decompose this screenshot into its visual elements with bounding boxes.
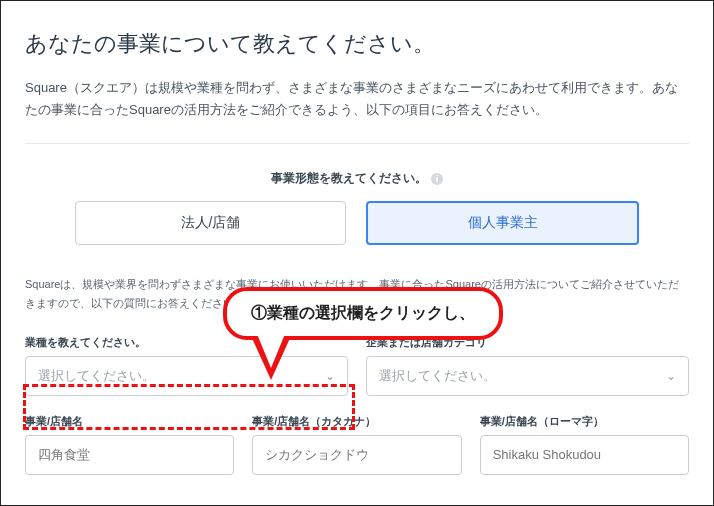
name-roman-input[interactable]	[480, 435, 689, 475]
info-icon[interactable]: i	[431, 173, 443, 185]
name-roman-label: 事業/店舗名（ローマ字）	[480, 414, 689, 429]
industry-select[interactable]: 選択してください。 ⌄	[25, 356, 348, 396]
name-label: 事業/店舗名	[25, 414, 234, 429]
intro-text: Square（スクエア）は規模や業種を問わず、さまざまな事業のさまざまなニーズに…	[25, 77, 689, 121]
name-kana-label: 事業/店舗名（カタカナ）	[252, 414, 461, 429]
divider	[25, 143, 689, 144]
instruction-callout: ①業種の選択欄をクリックし、	[223, 287, 503, 340]
page-title: あなたの事業について教えてください。	[25, 29, 689, 59]
name-kana-input[interactable]	[252, 435, 461, 475]
category-select[interactable]: 選択してください。 ⌄	[366, 356, 689, 396]
name-input[interactable]	[25, 435, 234, 475]
business-type-question: 事業形態を教えてください。i	[25, 170, 689, 187]
chevron-down-icon: ⌄	[666, 369, 676, 383]
individual-button[interactable]: 個人事業主	[366, 201, 639, 245]
chevron-down-icon: ⌄	[325, 369, 335, 383]
corporate-button[interactable]: 法人/店舗	[75, 201, 346, 245]
